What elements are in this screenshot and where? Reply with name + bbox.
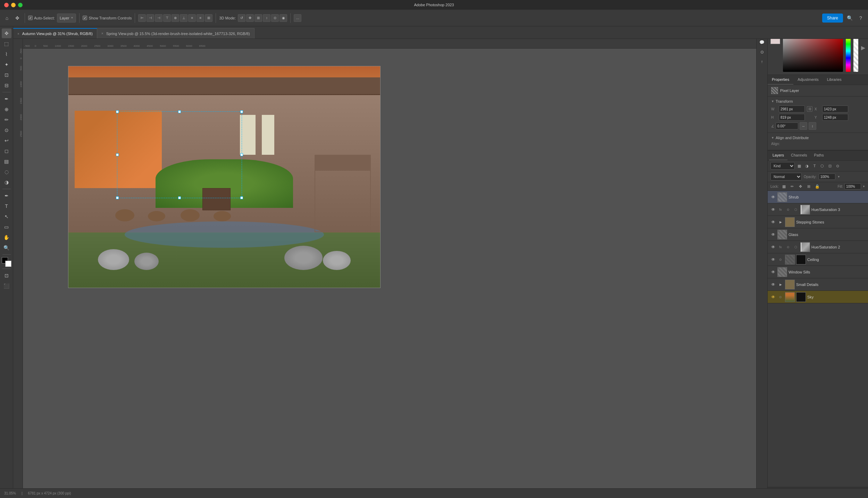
layer-visibility-window-sills[interactable]: 👁 (770, 269, 776, 275)
help-button[interactable]: ? (856, 14, 865, 23)
filter-type-btn[interactable]: T (811, 163, 818, 169)
layer-visibility-huesat3[interactable]: 👁 (770, 207, 776, 212)
home-icon[interactable]: ⌂ (3, 14, 11, 22)
layer-item-huesat2[interactable]: 👁 fx ⊙ ⬡ Hue/Saturation 2 (768, 241, 868, 253)
flip-h-btn[interactable]: ↔ (800, 122, 807, 130)
3d-pan-btn[interactable]: ↕ (263, 14, 270, 22)
mask-mode-icon[interactable]: ⊡ (2, 271, 11, 280)
auto-select-checkbox[interactable]: ✓ (28, 16, 33, 20)
x-input[interactable] (822, 105, 848, 112)
crop-tool[interactable]: ⊡ (2, 70, 11, 80)
layer-item-glass[interactable]: 👁 Glass (768, 228, 868, 241)
magic-wand-tool[interactable]: ✦ (2, 60, 11, 69)
lock-pixel-btn[interactable]: ✏ (789, 183, 795, 189)
fill-input[interactable] (844, 183, 861, 189)
path-selection-tool[interactable]: ↖ (2, 212, 11, 221)
layer-item-stepping-stones[interactable]: 👁 ▶ Stepping Stones (768, 216, 868, 228)
y-input[interactable] (822, 114, 848, 121)
paths-tab[interactable]: Paths (811, 151, 827, 160)
filter-pixel-btn[interactable]: ▦ (796, 163, 802, 169)
align-distribute-header[interactable]: ▼ Align and Distribute (771, 136, 865, 140)
lock-artboard-btn[interactable]: ⊞ (806, 183, 812, 189)
background-color[interactable] (5, 261, 11, 267)
pen-tool[interactable]: ✒ (2, 191, 11, 201)
3d-rotate-btn[interactable]: ↺ (238, 14, 245, 22)
layers-tab[interactable]: Layers (769, 151, 787, 160)
flip-v-btn[interactable]: ↕ (809, 122, 816, 130)
move-tool-icon[interactable]: ✥ (13, 14, 22, 22)
layer-item-sky[interactable]: 👁 ⊙ Sky (768, 291, 868, 303)
more-options-btn[interactable]: … (294, 14, 301, 22)
minimize-button[interactable] (11, 3, 16, 7)
clone-stamp-tool[interactable]: ⊙ (2, 125, 11, 135)
layer-visibility-small-details[interactable]: 👁 (770, 282, 776, 287)
heal-tool[interactable]: ⊕ (2, 104, 11, 114)
3d-orbit-btn[interactable]: ⊙ (271, 14, 279, 22)
3d-move-btn[interactable]: ✥ (246, 14, 254, 22)
small-details-collapse[interactable]: ▶ (777, 281, 784, 288)
maximize-button[interactable] (18, 3, 23, 7)
layer-item-ceiling[interactable]: 👁 ⊙ Ceiling (768, 253, 868, 266)
adjustments-tab[interactable]: Adjustments (793, 75, 823, 85)
3d-camera-btn[interactable]: ◉ (279, 14, 287, 22)
tab-autumn-view[interactable]: × Autumn View.psb @ 31% (Shrub, RGB/8) (13, 28, 97, 39)
layer-item-huesat3[interactable]: 👁 fx ⊙ ⬡ Hue/Saturation 3 (768, 203, 868, 216)
move-tool[interactable]: ✥ (2, 28, 11, 38)
marquee-tool[interactable]: ⬚ (2, 39, 11, 49)
eraser-tool[interactable]: ◻ (2, 146, 11, 156)
text-tool[interactable]: T (2, 201, 11, 211)
layer-visibility-huesat2[interactable]: 👁 (770, 244, 776, 250)
layer-visibility-glass[interactable]: 👁 (770, 232, 776, 237)
opacity-input[interactable] (819, 174, 835, 180)
distribute-h-btn[interactable]: ≡ (188, 14, 196, 22)
slice-tool[interactable]: ⊟ (2, 81, 11, 90)
transform-header[interactable]: ▼ Transform (771, 99, 865, 103)
history-brush-tool[interactable]: ↩ (2, 136, 11, 145)
lock-all-btn[interactable]: 🔒 (814, 183, 820, 189)
align-center-v-btn[interactable]: ⊕ (172, 14, 179, 22)
layer-item-window-sills[interactable]: 👁 Window Sills (768, 266, 868, 278)
share-button[interactable]: Share (822, 14, 843, 23)
layer-visibility-btn[interactable]: ⊙ (834, 163, 841, 169)
filter-smart-btn[interactable]: ⊡ (827, 163, 833, 169)
adjustments-icon[interactable]: ⊙ (758, 48, 766, 56)
lock-transparent-btn[interactable]: ▦ (781, 183, 787, 189)
foreground-background-colors[interactable] (2, 257, 11, 267)
kind-select[interactable]: Kind (770, 162, 795, 170)
lasso-tool[interactable]: ⌇ (2, 49, 11, 59)
search-button[interactable]: 🔍 (845, 14, 854, 23)
layer-visibility-shrub[interactable]: 👁 (770, 194, 776, 200)
more-align-btn[interactable]: ⊞ (205, 14, 212, 22)
share-icon[interactable]: ↑ (758, 58, 766, 66)
tab-close-icon-2[interactable]: × (101, 32, 103, 35)
blur-tool[interactable]: ◌ (2, 167, 11, 177)
3d-scale-btn[interactable]: ⊞ (254, 14, 262, 22)
layer-item-small-details[interactable]: 👁 ▶ Small Details (768, 278, 868, 291)
angle-input[interactable] (776, 123, 798, 129)
layer-dropdown[interactable]: Layer ▼ (57, 14, 76, 23)
blend-mode-select[interactable]: Normal (770, 173, 802, 180)
layer-visibility-ceiling[interactable]: 👁 (770, 257, 776, 262)
h-input[interactable] (779, 114, 805, 121)
distribute-v-btn[interactable]: ≡ (197, 14, 204, 22)
screen-mode-icon[interactable]: ⬛ (2, 281, 11, 291)
stepping-stones-collapse[interactable]: ▶ (777, 219, 784, 225)
lock-position-btn[interactable]: ✥ (798, 183, 804, 189)
shape-tool[interactable]: ▭ (2, 222, 11, 232)
filter-adj-btn[interactable]: ◑ (804, 163, 810, 169)
align-left-btn[interactable]: ⊢ (138, 14, 146, 22)
properties-tab[interactable]: Properties (768, 75, 793, 85)
dodge-tool[interactable]: ◑ (2, 177, 11, 187)
layer-visibility-sky[interactable]: 👁 (770, 294, 776, 300)
layer-visibility-stepping-stones[interactable]: 👁 (770, 219, 776, 225)
filter-shape-btn[interactable]: ⬡ (819, 163, 825, 169)
transform-controls-checkbox[interactable]: ✓ (83, 16, 87, 20)
align-top-btn[interactable]: ⊤ (163, 14, 171, 22)
brush-tool[interactable]: ✏ (2, 115, 11, 125)
channels-tab[interactable]: Channels (787, 151, 810, 160)
color-expand-icon[interactable]: ▶ (861, 44, 865, 51)
align-center-h-btn[interactable]: ⊣ (147, 14, 154, 22)
eyedropper-tool[interactable]: ✒ (2, 94, 11, 104)
libraries-tab[interactable]: Libraries (823, 75, 846, 85)
layer-item-shrub[interactable]: 👁 Shrub (768, 191, 868, 203)
